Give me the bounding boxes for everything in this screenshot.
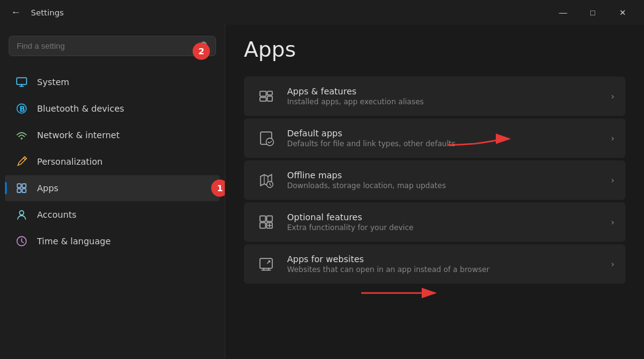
titlebar: ← Settings — □ ✕ <box>0 0 644 25</box>
search-box-container: 🔍 2 <box>9 36 216 56</box>
chevron-offline-maps: › <box>611 175 614 185</box>
svg-point-3 <box>21 138 23 139</box>
personalization-icon <box>15 155 28 168</box>
optional-features-icon <box>255 211 277 233</box>
sidebar-item-label-personalization: Personalization <box>37 157 102 167</box>
settings-text-offline-maps: Offline maps Downloads, storage location… <box>287 170 601 190</box>
nav-items: System B Bluetooth & devices <box>0 66 225 359</box>
page-title: Apps <box>244 37 625 62</box>
sidebar-item-label-time: Time & language <box>37 236 111 246</box>
svg-rect-17 <box>260 216 266 221</box>
svg-rect-12 <box>267 91 272 95</box>
accounts-icon <box>15 208 28 221</box>
settings-item-default-apps[interactable]: Default apps Defaults for file and link … <box>244 118 625 158</box>
titlebar-controls: — □ ✕ <box>549 2 637 22</box>
settings-text-default-apps: Default apps Defaults for file and link … <box>287 128 601 148</box>
sidebar-item-label-bluetooth: Bluetooth & devices <box>37 104 124 113</box>
sidebar-item-label-system: System <box>37 77 69 87</box>
svg-rect-18 <box>267 216 272 221</box>
back-button[interactable]: ← <box>7 4 25 21</box>
settings-desc-optional-features: Extra functionality for your device <box>287 223 601 232</box>
svg-point-8 <box>20 211 24 215</box>
svg-text:B: B <box>20 105 25 113</box>
sidebar-item-label-apps: Apps <box>37 183 59 193</box>
svg-rect-4 <box>17 184 21 188</box>
sidebar-item-system[interactable]: System <box>5 69 220 95</box>
svg-rect-19 <box>260 223 266 228</box>
content-area: Apps Apps & features Installed <box>225 25 644 359</box>
svg-rect-7 <box>22 189 26 192</box>
settings-desc-offline-maps: Downloads, storage location, map updates <box>287 181 601 190</box>
svg-rect-13 <box>267 96 272 101</box>
svg-rect-11 <box>260 97 266 101</box>
chevron-apps-websites: › <box>611 259 614 269</box>
apps-websites-icon <box>255 253 277 275</box>
settings-item-offline-maps[interactable]: Offline maps Downloads, storage location… <box>244 160 625 200</box>
maximize-button[interactable]: □ <box>579 2 607 22</box>
settings-item-optional-features[interactable]: Optional features Extra functionality fo… <box>244 202 625 242</box>
settings-desc-apps-websites: Websites that can open in an app instead… <box>287 265 601 274</box>
annotation-circle-2: 2 <box>193 43 210 60</box>
settings-list: Apps & features Installed apps, app exec… <box>244 76 625 284</box>
sidebar-item-personalization[interactable]: Personalization <box>5 149 220 175</box>
settings-desc-apps-features: Installed apps, app execution aliases <box>287 97 601 106</box>
sidebar-item-bluetooth[interactable]: B Bluetooth & devices <box>5 96 220 122</box>
chevron-optional-features: › <box>611 217 614 227</box>
svg-point-15 <box>266 138 274 146</box>
svg-rect-5 <box>22 184 26 188</box>
sidebar: 🔍 2 System B <box>0 25 225 359</box>
titlebar-left: ← Settings <box>7 4 64 21</box>
close-button[interactable]: ✕ <box>608 2 637 22</box>
sidebar-item-time[interactable]: Time & language <box>5 228 220 254</box>
offline-maps-icon <box>255 169 277 191</box>
bluetooth-icon: B <box>15 102 28 115</box>
svg-rect-6 <box>17 189 21 192</box>
minimize-button[interactable]: — <box>549 2 577 22</box>
apps-features-icon <box>255 85 277 107</box>
main-layout: 🔍 2 System B <box>0 25 644 359</box>
settings-item-apps-websites[interactable]: Apps for websites Websites that can open… <box>244 244 625 284</box>
settings-title-default-apps: Default apps <box>287 128 601 138</box>
system-icon <box>15 75 28 89</box>
sidebar-item-label-network: Network & internet <box>37 130 120 140</box>
settings-title-apps-websites: Apps for websites <box>287 254 601 264</box>
settings-title-optional-features: Optional features <box>287 212 601 222</box>
time-icon <box>15 234 28 248</box>
default-apps-icon <box>255 127 277 149</box>
sidebar-item-network[interactable]: Network & internet <box>5 122 220 148</box>
svg-rect-10 <box>260 91 266 96</box>
chevron-apps-features: › <box>611 91 614 101</box>
svg-rect-23 <box>260 258 272 268</box>
settings-text-optional-features: Optional features Extra functionality fo… <box>287 212 601 232</box>
network-icon <box>15 128 28 142</box>
annotation-circle-1: 1 <box>211 180 225 197</box>
main-content: Apps Apps & features Installed <box>225 25 644 296</box>
apps-icon <box>15 181 28 195</box>
sidebar-item-accounts[interactable]: Accounts <box>5 202 220 228</box>
svg-rect-0 <box>17 78 27 85</box>
settings-title-offline-maps: Offline maps <box>287 170 601 180</box>
settings-text-apps-websites: Apps for websites Websites that can open… <box>287 254 601 274</box>
chevron-default-apps: › <box>611 133 614 143</box>
settings-text-apps-features: Apps & features Installed apps, app exec… <box>287 86 601 106</box>
sidebar-item-apps[interactable]: Apps 1 <box>5 175 220 201</box>
settings-item-apps-features[interactable]: Apps & features Installed apps, app exec… <box>244 76 625 116</box>
titlebar-title: Settings <box>31 8 64 17</box>
settings-title-apps-features: Apps & features <box>287 86 601 96</box>
search-input[interactable] <box>9 36 216 56</box>
settings-desc-default-apps: Defaults for file and link types, other … <box>287 139 601 148</box>
sidebar-item-label-accounts: Accounts <box>37 210 77 220</box>
